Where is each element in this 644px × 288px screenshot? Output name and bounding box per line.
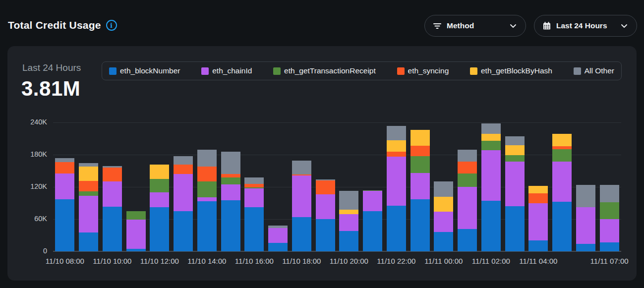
bar-segment: [174, 165, 193, 174]
bar-segment: [150, 165, 169, 179]
bar-segment: [458, 187, 477, 229]
time-range-dropdown-label: Last 24 Hours: [556, 21, 607, 30]
bar-segment: [150, 192, 169, 207]
bar-segment: [268, 228, 288, 242]
bar-column[interactable]: [316, 122, 335, 251]
x-tick-label: 11/10 08:00: [46, 257, 84, 265]
bar-segment: [79, 232, 98, 251]
bar-segment: [410, 199, 430, 251]
bar-column[interactable]: [292, 122, 311, 251]
chart-legend: eth_blockNumbereth_chainIdeth_getTransac…: [102, 61, 622, 80]
bar-column[interactable]: [481, 122, 501, 251]
bar-column[interactable]: [600, 122, 619, 251]
bar-segment: [126, 211, 146, 220]
legend-item[interactable]: eth_blockNumber: [109, 66, 180, 75]
bar-segment: [103, 181, 122, 207]
bar-column[interactable]: [244, 122, 264, 251]
bar-segment: [434, 181, 453, 196]
legend-item[interactable]: eth_getBlockByHash: [470, 66, 552, 75]
x-tick-label: 11/11 02:00: [472, 257, 510, 265]
x-tick-label: 11/11 07:00: [590, 257, 629, 265]
bar-column[interactable]: [339, 122, 358, 251]
bar-segment: [150, 207, 169, 251]
y-tick-label: 60K: [15, 215, 47, 223]
legend-label: eth_blockNumber: [120, 66, 180, 75]
bar-segment: [434, 197, 453, 212]
x-tick-label: 11/10 20:00: [330, 257, 368, 265]
bar-segment: [387, 157, 406, 206]
bar-segment: [576, 185, 595, 208]
bar-segment: [244, 207, 264, 251]
bar-segment: [387, 152, 406, 157]
bar-segment: [600, 242, 619, 251]
legend-item[interactable]: eth_getTransactionReceipt: [273, 66, 376, 75]
bar-column[interactable]: [505, 122, 525, 251]
bar-segment: [481, 150, 501, 201]
info-icon[interactable]: i: [106, 20, 117, 31]
bar-segment: [576, 244, 595, 251]
bar-segment: [481, 134, 501, 141]
bar-segment: [363, 191, 382, 211]
bar-segment: [339, 210, 358, 215]
bar-column[interactable]: [576, 122, 595, 251]
y-tick-label: 120K: [15, 182, 47, 190]
legend-item[interactable]: eth_syncing: [397, 66, 449, 75]
legend-label: eth_syncing: [408, 66, 449, 75]
bar-segment: [221, 200, 240, 251]
bar-segment: [197, 197, 217, 202]
page-header: Total Credit Usage i Method: [0, 0, 644, 46]
bar-segment: [481, 141, 501, 151]
bar-segment: [363, 211, 382, 251]
total-credits-value: 3.81M: [21, 77, 80, 101]
bar-column[interactable]: [126, 122, 146, 251]
bar-column[interactable]: [363, 122, 382, 251]
y-tick-label: 180K: [15, 150, 47, 158]
bar-segment: [79, 167, 98, 181]
bar-column[interactable]: [268, 122, 288, 251]
bar-segment: [387, 206, 406, 251]
bar-column[interactable]: [103, 122, 122, 251]
legend-item[interactable]: eth_chainId: [201, 66, 252, 75]
bar-column[interactable]: [387, 122, 406, 251]
bar-segment: [505, 145, 525, 156]
bar-column[interactable]: [458, 122, 477, 251]
bar-segment: [268, 243, 288, 251]
legend-swatch-icon: [470, 67, 477, 75]
bar-segment: [458, 173, 477, 187]
bar-column[interactable]: [410, 122, 430, 251]
bar-column[interactable]: [174, 122, 193, 251]
bar-segment: [244, 177, 264, 184]
bar-segment: [339, 231, 358, 251]
x-tick-label: 11/10 14:00: [187, 257, 226, 265]
legend-item[interactable]: All Other: [574, 66, 614, 75]
legend-label: eth_getBlockByHash: [481, 66, 552, 75]
bar-segment: [150, 179, 169, 192]
bar-column[interactable]: [552, 122, 572, 251]
bar-column[interactable]: [528, 122, 548, 251]
bar-column[interactable]: [197, 122, 217, 251]
bar-segment: [410, 156, 430, 173]
bar-segment: [174, 174, 193, 211]
bar-segment: [103, 168, 122, 181]
bar-segment: [458, 150, 477, 162]
method-dropdown-label: Method: [447, 21, 474, 30]
x-tick-label: 11/11 04:00: [519, 257, 557, 265]
bar-column[interactable]: [434, 122, 453, 251]
method-dropdown[interactable]: Method: [424, 15, 526, 37]
time-range-dropdown[interactable]: Last 24 Hours: [534, 15, 637, 37]
bar-column[interactable]: [55, 122, 74, 251]
x-tick-label: 11/10 22:00: [377, 257, 415, 265]
bar-column[interactable]: [221, 122, 240, 251]
bar-column[interactable]: [150, 122, 169, 251]
bar-column[interactable]: [79, 122, 98, 251]
bar-segment: [410, 173, 430, 199]
bar-segment: [505, 206, 525, 251]
chevron-down-icon: [621, 24, 628, 28]
chevron-down-icon: [510, 24, 517, 28]
bar-segment: [316, 180, 335, 194]
legend-label: eth_getTransactionReceipt: [284, 66, 376, 75]
bar-segment: [292, 161, 311, 174]
bar-segment: [103, 207, 122, 251]
legend-swatch-icon: [397, 67, 405, 75]
legend-swatch-icon: [574, 67, 581, 75]
